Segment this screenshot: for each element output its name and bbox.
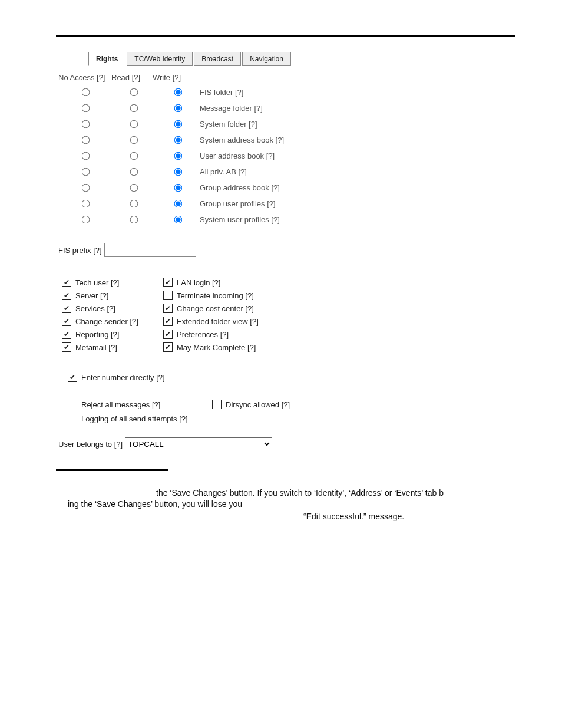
tab-navigation[interactable]: Navigation xyxy=(242,52,291,66)
user-belongs-label: User belongs to [?] xyxy=(58,440,123,449)
rights-row-label: System address book [?] xyxy=(200,136,284,144)
radio-write[interactable] xyxy=(174,168,183,176)
checkbox-label: Reporting [?] xyxy=(75,330,119,339)
checkbox-label: Metamail [?] xyxy=(75,343,117,352)
rights-row-label: Message folder [?] xyxy=(200,104,263,113)
rights-row-label: Group address book [?] xyxy=(200,183,280,192)
radio-no-access[interactable] xyxy=(81,120,90,129)
enter-number-label: Enter number directly [?] xyxy=(81,373,165,382)
checkbox[interactable] xyxy=(163,317,173,326)
reject-all-checkbox[interactable] xyxy=(68,400,77,409)
radio-write[interactable] xyxy=(174,200,183,208)
radio-write[interactable] xyxy=(174,184,183,192)
radio-read[interactable] xyxy=(130,168,138,176)
header-no-access: No Access [?] xyxy=(58,73,111,82)
radio-read[interactable] xyxy=(130,152,138,160)
checkbox[interactable] xyxy=(62,278,71,287)
radio-no-access[interactable] xyxy=(81,200,90,208)
tab-rights[interactable]: Rights xyxy=(88,52,125,66)
header-read: Read [?] xyxy=(111,73,153,82)
checkbox[interactable] xyxy=(62,317,71,326)
checkbox[interactable] xyxy=(62,291,71,300)
fis-prefix-input[interactable] xyxy=(104,243,196,257)
rights-row-label: System user profiles [?] xyxy=(200,215,280,224)
radio-write[interactable] xyxy=(174,120,183,129)
checkbox-label: May Mark Complete [?] xyxy=(177,343,256,352)
radio-read[interactable] xyxy=(130,88,138,97)
rights-row-label: System folder [?] xyxy=(200,120,257,129)
checkbox-label: LAN login [?] xyxy=(177,278,220,287)
checkbox-label: Change cost center [?] xyxy=(177,304,254,313)
rights-row: Group address book [?] xyxy=(58,180,313,196)
checkbox[interactable] xyxy=(62,304,71,313)
top-rule xyxy=(56,35,515,37)
checkbox[interactable] xyxy=(163,291,173,300)
checkbox[interactable] xyxy=(163,304,173,313)
user-belongs-select[interactable]: TOPCALL xyxy=(125,437,272,450)
tab-broadcast[interactable]: Broadcast xyxy=(194,52,241,66)
radio-no-access[interactable] xyxy=(81,88,90,97)
checkbox[interactable] xyxy=(163,278,173,287)
dirsync-label: Dirsync allowed [?] xyxy=(226,400,290,409)
radio-write[interactable] xyxy=(174,136,183,144)
rights-panel: Rights TC/Web Identity Broadcast Navigat… xyxy=(56,52,315,457)
radio-no-access[interactable] xyxy=(81,152,90,160)
rights-row-label: User address book [?] xyxy=(200,151,275,160)
rights-row: User address book [?] xyxy=(58,148,313,164)
logging-label: Logging of all send attempts [?] xyxy=(81,414,188,423)
radio-no-access[interactable] xyxy=(81,104,90,113)
radio-read[interactable] xyxy=(130,120,138,129)
checkbox-label: Terminate incoming [?] xyxy=(177,291,254,300)
radio-read[interactable] xyxy=(130,200,138,208)
radio-no-access[interactable] xyxy=(81,168,90,176)
checks-grid: Tech user [?]LAN login [?]Server [?]Term… xyxy=(56,263,315,357)
checkbox[interactable] xyxy=(62,342,71,352)
rights-row: All priv. AB [?] xyxy=(58,164,313,180)
radio-read[interactable] xyxy=(130,136,138,144)
checkbox-label: Tech user [?] xyxy=(75,278,119,287)
checkbox[interactable] xyxy=(163,330,173,339)
radio-write[interactable] xyxy=(174,152,183,160)
checkbox[interactable] xyxy=(163,342,173,352)
radio-read[interactable] xyxy=(130,216,138,224)
rights-row: System address book [?] xyxy=(58,132,313,148)
rights-row-label: All priv. AB [?] xyxy=(200,167,247,176)
rights-rows: FIS folder [?]Message folder [?]System f… xyxy=(58,84,313,228)
checkbox-label: Change sender [?] xyxy=(75,317,138,326)
radio-read[interactable] xyxy=(130,184,138,192)
radio-write[interactable] xyxy=(174,216,183,224)
checkbox-label: Preferences [?] xyxy=(177,330,229,339)
dirsync-checkbox[interactable] xyxy=(212,400,222,409)
radio-read[interactable] xyxy=(130,104,138,113)
reject-all-label: Reject all messages [?] xyxy=(81,400,160,409)
footnote-rule xyxy=(56,469,168,471)
radio-no-access[interactable] xyxy=(81,216,90,224)
rights-row: System folder [?] xyxy=(58,116,313,132)
radio-write[interactable] xyxy=(174,104,183,113)
footer-paragraph: the ‘Save Changes’ button. If you switch… xyxy=(56,487,515,522)
rights-row-label: FIS folder [?] xyxy=(200,88,243,97)
checkbox-label: Extended folder view [?] xyxy=(177,317,259,326)
radio-write[interactable] xyxy=(174,88,183,97)
checkbox-label: Server [?] xyxy=(75,291,108,300)
radio-no-access[interactable] xyxy=(81,184,90,192)
rights-row-label: Group user profiles [?] xyxy=(200,199,276,208)
rights-row: FIS folder [?] xyxy=(58,84,313,100)
footer-line-3: “Edit successful.” message. xyxy=(56,511,515,522)
tab-bar: Rights TC/Web Identity Broadcast Navigat… xyxy=(88,52,315,66)
rights-header-row: No Access [?] Read [?] Write [?] xyxy=(58,73,313,84)
footer-line-2: ing the ‘Save Changes’ button, you will … xyxy=(56,499,515,510)
rights-row: Group user profiles [?] xyxy=(58,196,313,212)
rights-row: Message folder [?] xyxy=(58,100,313,116)
footer-line-1: the ‘Save Changes’ button. If you switch… xyxy=(56,487,515,499)
radio-no-access[interactable] xyxy=(81,136,90,144)
checkbox[interactable] xyxy=(62,330,71,339)
header-write: Write [?] xyxy=(153,73,194,82)
tab-tcweb-identity[interactable]: TC/Web Identity xyxy=(127,52,193,66)
rights-row: System user profiles [?] xyxy=(58,212,313,228)
logging-checkbox[interactable] xyxy=(68,414,77,423)
enter-number-checkbox[interactable] xyxy=(68,373,77,382)
fis-prefix-label: FIS prefix [?] xyxy=(58,246,102,255)
checkbox-label: Services [?] xyxy=(75,304,115,313)
